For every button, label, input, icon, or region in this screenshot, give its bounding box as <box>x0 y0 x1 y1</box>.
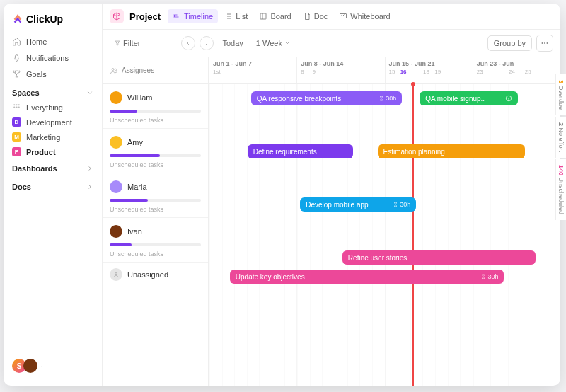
side-tag-label: No effort <box>558 128 560 152</box>
sections-list: DashboardsDocs <box>4 159 102 196</box>
svg-point-8 <box>542 42 543 44</box>
range-button[interactable]: 1 Week <box>252 37 294 50</box>
next-button[interactable] <box>200 36 214 50</box>
svg-point-0 <box>13 104 15 105</box>
task-bar[interactable]: Define requirements <box>248 144 353 158</box>
unscheduled-label[interactable]: Unscheduled tasks <box>110 117 201 124</box>
space-badge: P <box>12 147 21 156</box>
app-window: ClickUp HomeNotificationsGoals Spaces Ev… <box>4 4 560 386</box>
day-row: 232425 <box>477 69 557 75</box>
tab-label: Doc <box>314 12 328 21</box>
tab-doc[interactable]: Doc <box>298 9 333 23</box>
tab-list[interactable]: List <box>219 9 253 23</box>
section-dashboards[interactable]: Dashboards <box>4 159 102 178</box>
avatar[interactable] <box>23 359 37 373</box>
section-label: Dashboards <box>12 164 57 173</box>
assignees-header-label: Assignees <box>122 67 154 74</box>
task-bar[interactable]: Estimation planning <box>378 144 526 158</box>
svg-point-1 <box>16 104 17 105</box>
assignee-row[interactable]: WilliamUnscheduled tasks <box>103 84 208 129</box>
task-bar[interactable]: Develop mobile app30h <box>300 197 416 212</box>
task-bar[interactable]: QA mobile signup.. <box>420 91 518 105</box>
assignee-row[interactable]: MariaUnscheduled tasks <box>103 173 208 218</box>
space-label: Everything <box>26 103 63 112</box>
progress-fill <box>110 154 160 157</box>
progress-fill <box>110 243 132 246</box>
tab-label: List <box>236 12 248 21</box>
spaces-header[interactable]: Spaces <box>4 83 102 100</box>
side-tags: 3 Overdue2 No effort140 Unscheduled <box>555 74 560 220</box>
task-bar[interactable]: Update key objectives30h <box>230 270 504 284</box>
home-icon <box>12 37 21 46</box>
project-title[interactable]: Project <box>129 11 161 22</box>
task-bar[interactable]: Refine user stories <box>342 250 536 265</box>
hourglass-icon <box>393 202 398 207</box>
group-by-button[interactable]: Group by <box>487 35 532 51</box>
assignee-row[interactable]: Unassigned <box>103 263 208 287</box>
timeline: Assignees WilliamUnscheduled tasksAmyUns… <box>103 57 560 386</box>
chevron-right-icon <box>204 40 209 46</box>
more-button[interactable] <box>536 35 553 52</box>
task-bar[interactable]: QA responsive breakpoints30h <box>251 91 403 105</box>
assignees-header[interactable]: Assignees <box>103 57 208 84</box>
grid-icon <box>12 103 21 112</box>
unscheduled-label[interactable]: Unscheduled tasks <box>110 161 201 168</box>
side-tag-unscheduled[interactable]: 140 Unscheduled <box>555 159 560 220</box>
tab-whiteboard[interactable]: Whiteboard <box>334 9 395 23</box>
svg-point-10 <box>547 42 548 44</box>
brand-text: ClickUp <box>26 13 63 25</box>
prev-button[interactable] <box>181 36 195 50</box>
timeline-icon <box>173 12 181 21</box>
space-marketing[interactable]: MMarketing <box>4 129 102 144</box>
svg-point-5 <box>18 106 20 108</box>
assignee-row[interactable]: AmyUnscheduled tasks <box>103 129 208 173</box>
date-header: Jun 1 - Jun 71stJun 8 - Jun 1489Jun 15 -… <box>209 57 560 84</box>
section-label: Docs <box>12 183 31 191</box>
side-tag-count: 2 <box>558 122 560 126</box>
space-product[interactable]: PProduct <box>4 144 102 159</box>
progress-bar <box>110 199 201 202</box>
nav-label: Goals <box>26 70 47 79</box>
topbar: Project TimelineListBoardDocWhiteboard <box>103 4 560 30</box>
info-icon <box>505 95 512 102</box>
nav-section: HomeNotificationsGoals <box>4 32 102 83</box>
assignee-row[interactable]: IvanUnscheduled tasks <box>103 218 208 263</box>
brand[interactable]: ClickUp <box>4 11 102 32</box>
assignee-name: Unassigned <box>127 270 168 279</box>
clickup-logo-icon <box>12 13 23 25</box>
space-badge: D <box>12 117 21 127</box>
space-development[interactable]: DDevelopment <box>4 115 102 129</box>
nav-home[interactable]: Home <box>4 33 102 50</box>
filter-button[interactable]: Filter <box>110 37 144 50</box>
side-tag-label: Unscheduled <box>558 178 560 215</box>
tab-timeline[interactable]: Timeline <box>168 9 218 23</box>
task-label: QA mobile signup.. <box>425 95 485 103</box>
space-everything[interactable]: Everything <box>4 100 102 115</box>
project-badge[interactable] <box>110 9 124 23</box>
today-button[interactable]: Today <box>218 37 247 50</box>
unscheduled-label[interactable]: Unscheduled tasks <box>110 250 201 258</box>
nav-goals[interactable]: Goals <box>4 66 102 82</box>
side-tag-no-effort[interactable]: 2 No effort <box>555 117 560 158</box>
tab-board[interactable]: Board <box>254 9 296 23</box>
week-column: Jun 23 - Jun232425 <box>473 57 560 83</box>
task-label: Update key objectives <box>236 273 305 281</box>
range-label: 1 Week <box>256 39 282 47</box>
tab-label: Whiteboard <box>350 12 390 21</box>
svg-point-11 <box>112 68 114 70</box>
timeline-grid[interactable]: Jun 1 - Jun 71stJun 8 - Jun 1489Jun 15 -… <box>209 57 560 386</box>
week-label: Jun 15 - Jun 21 <box>389 60 469 67</box>
footer-avatars[interactable]: S · <box>4 353 102 379</box>
nav-notifications[interactable]: Notifications <box>4 50 102 66</box>
tasks-layer: QA responsive breakpoints30hQA mobile si… <box>209 84 560 386</box>
svg-rect-6 <box>260 13 266 19</box>
unscheduled-label[interactable]: Unscheduled tasks <box>110 206 201 213</box>
section-docs[interactable]: Docs <box>4 178 102 196</box>
day-row: 1st <box>213 69 293 75</box>
avatar-more[interactable]: · <box>41 362 43 370</box>
progress-bar <box>110 110 201 113</box>
people-icon <box>110 67 118 75</box>
svg-point-9 <box>544 42 545 44</box>
task-label: QA responsive breakpoints <box>257 95 342 103</box>
side-tag-overdue[interactable]: 3 Overdue <box>555 74 560 115</box>
